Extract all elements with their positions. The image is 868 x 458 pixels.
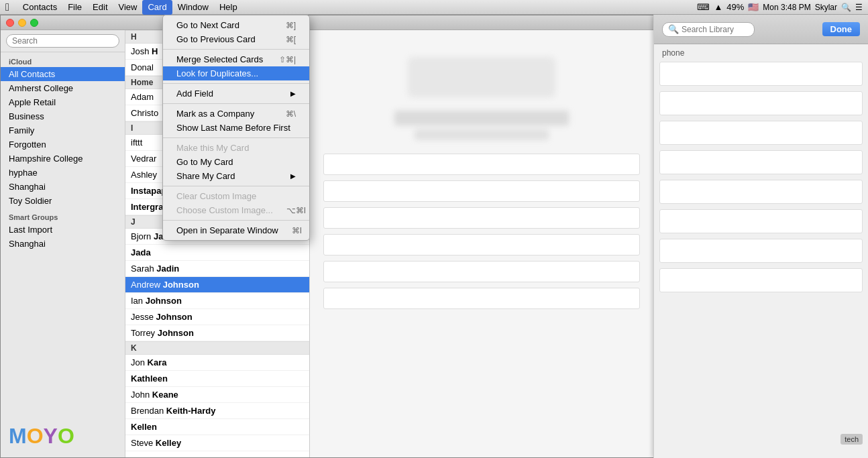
right-field-3 (659, 121, 863, 145)
right-panel-header: 🔍 Done (654, 15, 868, 44)
contact-last: Keane (152, 390, 178, 400)
menu-item-share-my-card[interactable]: Share My Card ▶ (163, 169, 309, 183)
menu-separator-1 (163, 49, 309, 50)
menu-item-prev-card[interactable]: Go to Previous Card ⌘[ (163, 32, 309, 46)
menu-window[interactable]: Window (172, 0, 214, 15)
contact-first: ifttt (131, 137, 142, 148)
menu-item-label: Make this My Card (176, 143, 249, 153)
contact-andrew-johnson[interactable]: Andrew Johnson (125, 277, 309, 293)
menu-item-show-last-name[interactable]: Show Last Name Before First (163, 121, 309, 135)
username: Skylar (815, 3, 837, 12)
sidebar-item-family[interactable]: Family (1, 123, 125, 137)
contact-first: Vedrar (131, 154, 156, 164)
section-header-k: K (125, 341, 309, 355)
contact-last: Kelley (156, 438, 181, 448)
menu-item-merge[interactable]: Merge Selected Cards ⇧⌘| (163, 52, 309, 66)
contact-first: Donal (131, 62, 154, 72)
right-field-2 (659, 91, 863, 115)
contact-first: Sarah (131, 264, 156, 274)
menu-item-label: Choose Custom Image... (176, 205, 273, 215)
menu-item-shortcut: ⇧⌘| (279, 55, 296, 64)
menu-item-label: Look for Duplicates... (176, 68, 258, 78)
contact-john-keane[interactable]: John Keane (125, 387, 309, 403)
right-field-5 (659, 180, 863, 204)
menu-item-shortcut: ⌥⌘I (286, 206, 306, 215)
maximize-button[interactable] (30, 19, 38, 27)
contact-steve-kelley[interactable]: Steve Kelley (125, 435, 309, 451)
contact-first: Ashley (131, 170, 157, 180)
contact-first: Andrew (131, 280, 163, 290)
menu-item-shortcut: ⌘\ (286, 109, 296, 119)
contact-first: John (131, 390, 152, 400)
menu-view[interactable]: View (113, 0, 143, 15)
menu-separator-4 (163, 137, 309, 138)
contact-jesse-johnson[interactable]: Jesse Johnson (125, 309, 309, 325)
contact-last: Johnson (158, 328, 194, 338)
contact-last: Johnson (156, 312, 193, 322)
menu-item-clear-custom-image: Clear Custom Image (163, 189, 309, 203)
sidebar-search-container (1, 30, 125, 52)
minimize-button[interactable] (18, 19, 26, 27)
sidebar-item-all-contacts[interactable]: All Contacts (1, 67, 125, 81)
menu-separator-5 (163, 186, 309, 186)
contact-brendan-keith-hardy[interactable]: Brendan Keith-Hardy (125, 403, 309, 419)
contact-jada[interactable]: Jada (125, 245, 309, 261)
menu-item-shortcut: ⌘[ (286, 35, 296, 44)
menu-item-mark-company[interactable]: Mark as a Company ⌘\ (163, 107, 309, 121)
search-library-input[interactable] (682, 25, 749, 34)
contact-kathleen[interactable]: Kathleen (125, 371, 309, 387)
menu-item-add-field[interactable]: Add Field ▶ (163, 87, 309, 101)
close-button[interactable] (6, 19, 14, 27)
sidebar-item-apple-retail[interactable]: Apple Retail (1, 95, 125, 109)
sidebar-item-hyphae[interactable]: hyphae (1, 166, 125, 180)
smart-groups-header: Smart Groups (1, 208, 125, 223)
detail-field-5 (323, 261, 640, 282)
menu-item-choose-custom-image: Choose Custom Image... ⌥⌘I (163, 203, 309, 217)
contact-sarah-jadin[interactable]: Sarah Jadin (125, 261, 309, 277)
apple-menu[interactable]:  (5, 1, 9, 13)
list-icon[interactable]: ☰ (855, 3, 863, 12)
contact-kellen[interactable]: Kellen (125, 419, 309, 435)
search-input[interactable] (6, 34, 119, 48)
contact-first: Adam (131, 92, 154, 102)
sidebar-item-business[interactable]: Business (1, 109, 125, 123)
sidebar-item-shanghai[interactable]: Shanghai (1, 180, 125, 194)
menu-item-look-duplicates[interactable]: Look for Duplicates... (163, 66, 309, 80)
battery-label: 49% (726, 2, 744, 12)
sidebar-item-amherst[interactable]: Amherst College (1, 81, 125, 95)
menu-file[interactable]: File (62, 0, 87, 15)
right-panel: 🔍 Done phone tech (653, 15, 868, 458)
contact-torrey-johnson[interactable]: Torrey Johnson (125, 325, 309, 341)
menu-item-label: Show Last Name Before First (176, 123, 290, 133)
sidebar-item-toy-soldier[interactable]: Toy Soldier (1, 194, 125, 208)
right-field-1 (659, 62, 863, 86)
done-button[interactable]: Done (822, 22, 861, 36)
menu-contacts[interactable]: Contacts (17, 0, 62, 15)
search-icon[interactable]: 🔍 (841, 3, 851, 12)
contact-jon-kara[interactable]: Jon Kara (125, 355, 309, 371)
menu-help[interactable]: Help (214, 0, 243, 15)
menu-item-go-my-card[interactable]: Go to My Card (163, 155, 309, 169)
menu-item-next-card[interactable]: Go to Next Card ⌘] (163, 18, 309, 32)
menu-item-label: Merge Selected Cards (176, 54, 263, 64)
sidebar-item-hampshire[interactable]: Hampshire College (1, 152, 125, 166)
contact-ian-johnson[interactable]: Ian Johnson (125, 293, 309, 309)
right-field-4 (659, 150, 863, 174)
search-library-container[interactable]: 🔍 (662, 22, 755, 37)
menu-item-shortcut: ⌘I (292, 226, 302, 235)
contact-last: Kellen (131, 422, 157, 432)
menu-edit[interactable]: Edit (87, 0, 113, 15)
menu-card[interactable]: Card (142, 0, 172, 15)
sidebar-item-last-import[interactable]: Last Import (1, 223, 125, 237)
flag-icon: 🇺🇸 (748, 2, 759, 12)
menu-item-shortcut: ⌘] (286, 21, 296, 30)
sidebar-content: iCloud All Contacts Amherst College Appl… (1, 52, 125, 414)
contact-last: Johnson (146, 296, 182, 306)
menu-item-label: Go to Previous Card (176, 34, 256, 44)
menubar-right: ⌨ ▲ 49% 🇺🇸 Mon 3:48 PM Skylar 🔍 ☰ (697, 2, 863, 12)
sidebar-item-forgotten[interactable]: Forgotten (1, 137, 125, 152)
contact-last: Keith-Hardy (166, 406, 216, 416)
submenu-arrow-icon-2: ▶ (290, 172, 296, 180)
menu-item-open-separate-window[interactable]: Open in Separate Window ⌘I (163, 223, 309, 237)
sidebar-item-shanghai-smart[interactable]: Shanghai (1, 237, 125, 251)
